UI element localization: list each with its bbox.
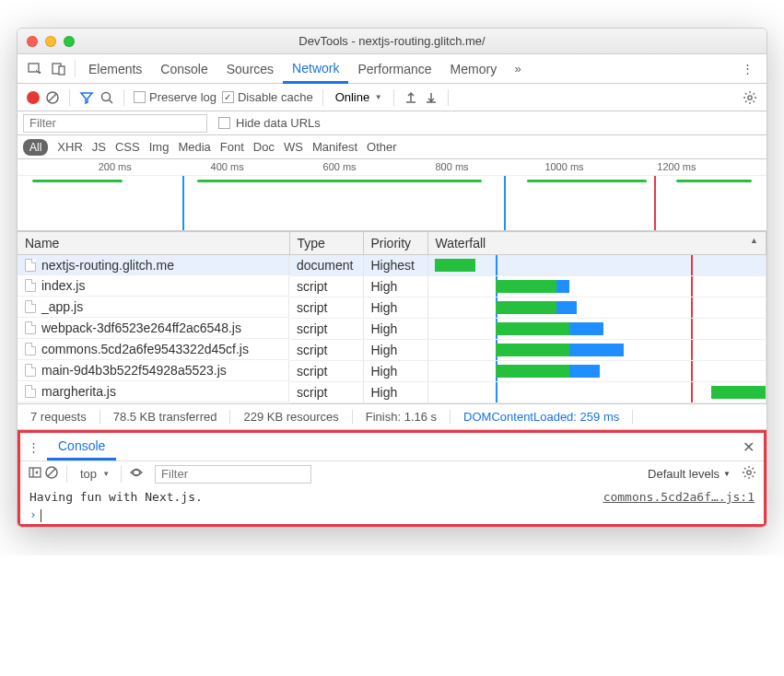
summary-transferred: 78.5 KB transferred (100, 410, 231, 424)
table-row[interactable]: commons.5cd2a6fe9543322d45cf.jsscriptHig… (18, 340, 766, 361)
tab-sources[interactable]: Sources (217, 54, 283, 83)
request-type: document (289, 255, 363, 276)
summary-dcl: DOMContentLoaded: 259 ms (451, 410, 633, 424)
summary-requests: 7 requests (18, 410, 100, 424)
request-priority: High (363, 382, 427, 403)
request-priority: High (363, 297, 427, 319)
request-type: script (289, 276, 363, 297)
drawer-tab-console[interactable]: Console (47, 433, 116, 460)
tab-network[interactable]: Network (283, 54, 348, 84)
clear-icon[interactable] (43, 88, 62, 107)
console-filter-input[interactable] (155, 465, 311, 484)
type-css[interactable]: CSS (115, 140, 140, 154)
request-priority: High (363, 340, 427, 361)
request-priority: Highest (363, 255, 427, 276)
timeline-ruler: 200 ms 400 ms 600 ms 800 ms 1000 ms 1200… (18, 159, 766, 176)
file-icon (25, 364, 36, 377)
network-toolbar: Preserve log Disable cache Online (18, 84, 766, 111)
log-levels-select[interactable]: Default levels▼ (648, 467, 731, 481)
request-type: script (289, 382, 363, 403)
type-filter-bar: All XHR JS CSS Img Media Font Doc WS Man… (18, 135, 766, 159)
summary-finish: Finish: 1.16 s (353, 410, 451, 424)
tab-console[interactable]: Console (151, 54, 216, 83)
network-settings-icon[interactable] (741, 88, 759, 107)
overview-pane[interactable] (18, 176, 766, 231)
col-waterfall[interactable]: Waterfall (427, 232, 766, 255)
filter-toggle-icon[interactable] (77, 88, 96, 107)
type-manifest[interactable]: Manifest (312, 140, 357, 154)
col-priority[interactable]: Priority (363, 232, 427, 255)
table-row[interactable]: main-9d4b3b522f54928a5523.jsscriptHigh (18, 361, 766, 382)
file-icon (25, 259, 36, 272)
tab-performance[interactable]: Performance (348, 54, 440, 83)
settings-menu-icon[interactable]: ⋮ (734, 54, 761, 83)
file-icon (25, 343, 36, 355)
request-name: commons.5cd2a6fe9543322d45cf.js (41, 342, 249, 356)
file-icon (25, 279, 36, 292)
type-font[interactable]: Font (220, 140, 244, 154)
hide-data-urls-checkbox[interactable]: Hide data URLs (218, 116, 321, 130)
console-clear-icon[interactable] (44, 465, 59, 483)
filter-input[interactable] (23, 114, 207, 133)
console-sidebar-toggle-icon[interactable] (28, 465, 42, 483)
table-row[interactable]: _app.jsscriptHigh (18, 297, 766, 319)
request-type: script (289, 361, 363, 382)
svg-point-5 (102, 92, 111, 100)
drawer-tabs: ⋮ Console ✕ (20, 433, 764, 460)
waterfall-cell (427, 297, 766, 319)
more-tabs-icon[interactable]: » (506, 54, 530, 83)
throttling-select[interactable]: Online (331, 87, 386, 107)
waterfall-cell (427, 382, 766, 403)
type-js[interactable]: JS (92, 140, 106, 154)
request-type: script (289, 340, 363, 361)
request-type: script (289, 297, 363, 319)
type-all[interactable]: All (23, 139, 48, 156)
record-button[interactable] (25, 89, 41, 106)
preserve-log-label: Preserve log (149, 90, 216, 104)
live-expression-icon[interactable] (129, 465, 144, 483)
summary-resources: 229 KB resources (230, 410, 352, 424)
type-img[interactable]: Img (149, 140, 170, 154)
waterfall-cell (427, 340, 766, 361)
search-icon[interactable] (98, 88, 116, 107)
preserve-log-checkbox[interactable]: Preserve log (132, 88, 218, 106)
svg-line-11 (48, 469, 55, 476)
disable-cache-checkbox[interactable]: Disable cache (220, 88, 315, 106)
type-doc[interactable]: Doc (253, 140, 275, 154)
console-toolbar: top Default levels▼ (20, 460, 764, 486)
upload-har-icon[interactable] (402, 88, 420, 107)
download-har-icon[interactable] (422, 88, 440, 107)
console-prompt[interactable]: › (29, 504, 755, 522)
type-media[interactable]: Media (178, 140, 210, 154)
summary-bar: 7 requests 78.5 KB transferred 229 KB re… (18, 403, 766, 429)
console-drawer: ⋮ Console ✕ top (18, 429, 766, 527)
console-settings-icon[interactable] (742, 465, 756, 483)
table-row[interactable]: margherita.jsscriptHigh (18, 382, 766, 403)
type-ws[interactable]: WS (284, 140, 303, 154)
tab-elements[interactable]: Elements (79, 54, 151, 83)
requests-table: Name Type Priority Waterfall nextjs-rout… (18, 231, 766, 403)
console-source-link[interactable]: commons.5cd2a6f….js:1 (603, 490, 755, 504)
waterfall-cell (427, 255, 766, 276)
col-name[interactable]: Name (18, 232, 289, 255)
svg-line-4 (49, 94, 56, 101)
file-icon (25, 385, 36, 398)
waterfall-cell (427, 361, 766, 382)
request-name: index.js (41, 278, 85, 293)
table-row[interactable]: index.jsscriptHigh (18, 276, 766, 297)
console-context-select[interactable]: top (75, 465, 113, 483)
table-row[interactable]: webpack-3df6523e264ff2ac6548.jsscriptHig… (18, 319, 766, 340)
file-icon (25, 300, 36, 313)
drawer-close-icon[interactable]: ✕ (743, 438, 755, 456)
devtools-window: DevTools - nextjs-routing.glitch.me/ Ele… (17, 28, 767, 528)
drawer-menu-icon[interactable]: ⋮ (28, 433, 47, 460)
request-name: main-9d4b3b522f54928a5523.js (41, 363, 227, 378)
request-type: script (289, 319, 363, 340)
device-toolbar-icon[interactable] (47, 54, 71, 83)
tab-memory[interactable]: Memory (441, 54, 507, 83)
table-row[interactable]: nextjs-routing.glitch.medocumentHighest (18, 255, 766, 276)
type-xhr[interactable]: XHR (57, 140, 82, 154)
col-type[interactable]: Type (289, 232, 363, 255)
inspect-element-icon[interactable] (23, 54, 47, 83)
type-other[interactable]: Other (367, 140, 397, 154)
